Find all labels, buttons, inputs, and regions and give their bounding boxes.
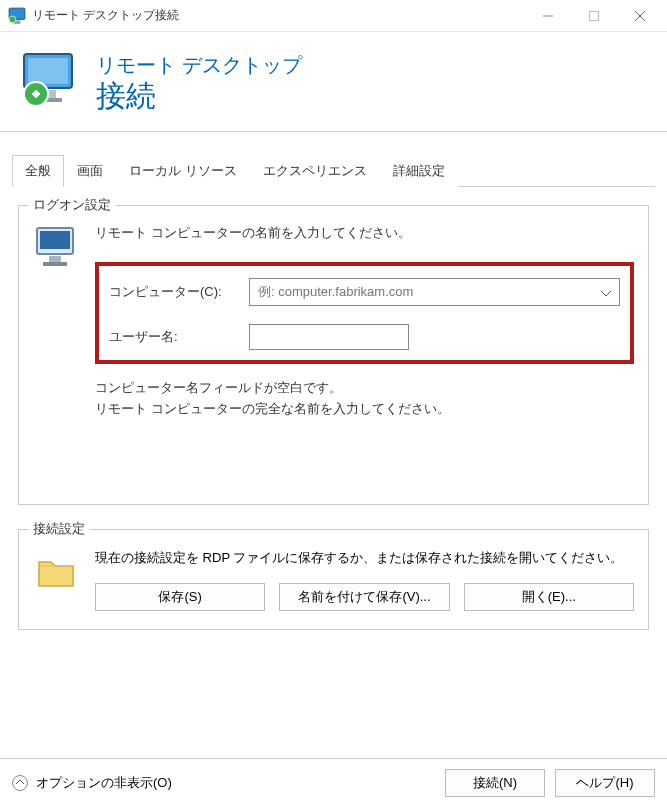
open-button[interactable]: 開く(E)... xyxy=(464,583,634,611)
close-button[interactable] xyxy=(617,0,663,32)
connect-button[interactable]: 接続(N) xyxy=(445,769,545,797)
tab-display[interactable]: 画面 xyxy=(64,155,116,187)
svg-rect-4 xyxy=(590,11,599,20)
computer-label: コンピューター(C): xyxy=(109,283,249,301)
connection-instruction: 現在の接続設定を RDP ファイルに保存するか、または保存された接続を開いてくだ… xyxy=(95,548,634,569)
hint-line1: コンピューター名フィールドが空白です。 xyxy=(95,378,634,399)
computer-icon xyxy=(33,224,81,272)
logon-settings-group: ログオン設定 リモート コンピューターの名前を入力してください。 コンピューター… xyxy=(18,205,649,505)
svg-rect-13 xyxy=(40,231,70,249)
tab-bar: 全般 画面 ローカル リソース エクスペリエンス 詳細設定 xyxy=(12,154,655,187)
tab-body: ログオン設定 リモート コンピューターの名前を入力してください。 コンピューター… xyxy=(12,187,655,660)
footer: オプションの非表示(O) 接続(N) ヘルプ(H) xyxy=(0,758,667,806)
connection-settings-group: 接続設定 現在の接続設定を RDP ファイルに保存するか、または保存された接続を… xyxy=(18,529,649,630)
username-field[interactable] xyxy=(249,324,409,350)
chevron-down-icon xyxy=(601,285,611,300)
logon-instruction: リモート コンピューターの名前を入力してください。 xyxy=(95,224,634,242)
remote-desktop-icon xyxy=(18,50,82,114)
maximize-button[interactable] xyxy=(571,0,617,32)
options-label: オプションの非表示(O) xyxy=(36,774,172,792)
minimize-button[interactable] xyxy=(525,0,571,32)
app-icon xyxy=(8,7,26,25)
banner: リモート デスクトップ 接続 xyxy=(0,32,667,132)
window-controls xyxy=(525,0,663,32)
svg-rect-8 xyxy=(28,58,68,84)
logon-hint: コンピューター名フィールドが空白です。 リモート コンピューターの完全な名前を入… xyxy=(95,378,634,420)
banner-text: リモート デスクトップ 接続 xyxy=(96,52,302,112)
chevron-up-icon xyxy=(12,775,28,791)
svg-rect-15 xyxy=(43,262,67,266)
window-title: リモート デスクトップ接続 xyxy=(32,7,525,24)
hint-line2: リモート コンピューターの完全な名前を入力してください。 xyxy=(95,399,634,420)
tab-local-resources[interactable]: ローカル リソース xyxy=(116,155,250,187)
tab-general[interactable]: 全般 xyxy=(12,155,64,187)
computer-combobox[interactable]: 例: computer.fabrikam.com xyxy=(249,278,620,306)
credential-highlight: コンピューター(C): 例: computer.fabrikam.com ユーザ… xyxy=(95,262,634,364)
computer-placeholder: 例: computer.fabrikam.com xyxy=(258,283,413,301)
save-button[interactable]: 保存(S) xyxy=(95,583,265,611)
connection-settings-title: 接続設定 xyxy=(29,520,89,538)
logon-settings-title: ログオン設定 xyxy=(29,196,115,214)
svg-point-2 xyxy=(9,16,16,23)
save-as-button[interactable]: 名前を付けて保存(V)... xyxy=(279,583,449,611)
banner-title-line2: 接続 xyxy=(96,79,302,112)
tab-advanced[interactable]: 詳細設定 xyxy=(380,155,458,187)
help-button[interactable]: ヘルプ(H) xyxy=(555,769,655,797)
options-toggle[interactable]: オプションの非表示(O) xyxy=(12,774,172,792)
content: 全般 画面 ローカル リソース エクスペリエンス 詳細設定 ログオン設定 リモー… xyxy=(0,132,667,672)
folder-icon xyxy=(33,548,81,596)
tab-experience[interactable]: エクスペリエンス xyxy=(250,155,380,187)
username-label: ユーザー名: xyxy=(109,328,249,346)
titlebar: リモート デスクトップ接続 xyxy=(0,0,667,32)
svg-rect-14 xyxy=(49,256,61,262)
banner-title-line1: リモート デスクトップ xyxy=(96,52,302,79)
